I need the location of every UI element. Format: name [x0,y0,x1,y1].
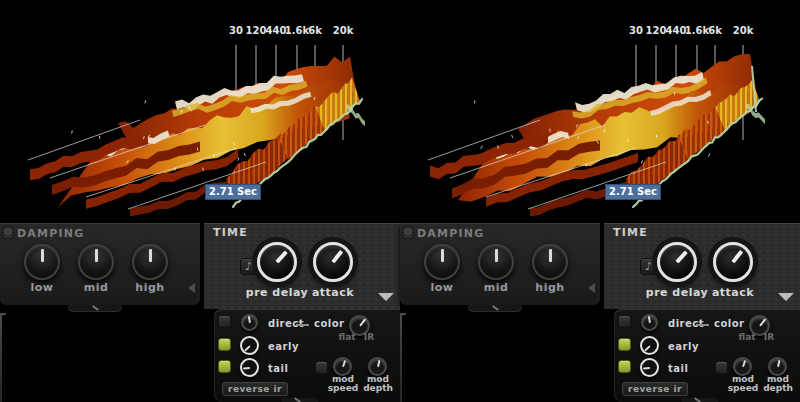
attack-knob[interactable] [713,242,753,282]
low-label: low [431,281,454,294]
direct-level-knob[interactable] [641,314,658,331]
knob-pointer [41,249,44,262]
mid-label: mid [84,281,109,294]
ir-resize-tab[interactable] [282,398,318,402]
pre-delay-label: pre delay [246,286,308,299]
reverb-module: 30 120 440 1.6k 6k 20k 2.71 Sec DAMPING … [0,0,400,402]
knob-pointer [495,249,498,262]
knob-pointer [644,345,650,351]
ir-component-panel: direct color flat IR early tail mod spee… [214,309,400,402]
knob-pointer [247,315,250,322]
resize-handle-icon [294,397,301,402]
early-level-knob[interactable] [240,336,259,355]
high-label: high [135,281,164,294]
pre-delay-knob[interactable] [257,242,297,282]
knob-pointer [276,250,288,263]
tail-enable-button[interactable] [618,360,631,373]
ir-label: IR [361,332,377,342]
direct-level-knob[interactable] [241,314,258,331]
early-label: early [668,341,699,352]
expand-down-arrow-icon[interactable] [378,293,394,301]
knob-pointer [244,345,250,351]
freq-tick-label: 6k [308,25,322,36]
freq-tick-label: 6k [708,25,722,36]
knob-pointer [359,318,366,326]
collapse-left-arrow-icon[interactable] [188,283,195,293]
time-title: TIME [213,226,248,239]
freq-tick-label: 30 [229,25,243,36]
music-note-icon: ♪ [645,260,652,273]
attack-label: attack [312,286,354,299]
freq-tick-label: 120 [246,25,267,36]
early-enable-button[interactable] [218,338,231,351]
mod-speed-line2: speed [725,384,761,393]
tail-level-knob[interactable] [240,358,259,377]
time-panel: TIME ♪ pre delay attack [604,223,800,309]
expand-down-arrow-icon[interactable] [778,293,794,301]
knob-pointer [377,359,380,366]
early-level-knob[interactable] [640,336,659,355]
mod-enable-button[interactable] [715,361,728,374]
tail-enable-button[interactable] [218,360,231,373]
mod-depth-line2: depth [760,384,796,393]
damping-title: DAMPING [417,227,484,240]
freq-tick-label: 20k [333,25,354,36]
damping-panel: DAMPING low mid high [0,223,200,305]
damping-mid-knob[interactable] [478,244,514,280]
reverse-ir-button[interactable]: reverse ir [222,382,288,396]
music-note-icon: ♪ [245,260,252,273]
damping-high-knob[interactable] [532,244,568,280]
damping-mini-knob-icon[interactable] [2,226,14,239]
damping-low-knob[interactable] [24,244,60,280]
early-enable-button[interactable] [618,338,631,351]
tempo-sync-button[interactable]: ♪ [640,258,657,275]
reverse-ir-button[interactable]: reverse ir [622,382,688,396]
knob-pointer [742,360,746,367]
damping-title: DAMPING [17,227,84,240]
damping-resize-tab[interactable] [468,305,522,312]
damping-resize-tab[interactable] [68,305,122,312]
direct-enable-button[interactable] [218,315,231,328]
freq-tick-label: 120 [646,25,667,36]
panel-edge-marker [400,313,402,402]
damping-high-knob[interactable] [132,244,168,280]
mod-enable-button[interactable] [315,361,328,374]
mod-speed-label: mod speed [725,375,761,393]
freq-tick-label: 1.6k [685,25,709,36]
mod-depth-line2: depth [360,384,396,393]
collapse-left-arrow-icon[interactable] [588,283,595,293]
knob-pointer [549,249,552,262]
pre-delay-knob[interactable] [657,242,697,282]
knob-pointer [242,367,249,370]
spectrogram-display: 30 120 440 1.6k 6k 20k 2.71 Sec [0,0,400,223]
reverb-time-badge: 2.71 Sec [205,184,261,200]
connector-line [296,324,309,326]
edge-tick [0,313,6,315]
direct-enable-button[interactable] [618,315,631,328]
tail-level-knob[interactable] [640,358,659,377]
damping-mini-knob-icon[interactable] [402,226,414,239]
ir-resize-tab[interactable] [682,398,718,402]
damping-low-knob[interactable] [424,244,460,280]
knob-pointer [676,250,688,263]
damping-mid-knob[interactable] [78,244,114,280]
knob-pointer [332,250,343,263]
flat-label: flat [337,332,357,342]
low-label: low [31,281,54,294]
attack-knob[interactable] [313,242,353,282]
tempo-sync-button[interactable]: ♪ [240,258,257,275]
resize-handle-icon [92,305,99,311]
tail-label: tail [668,363,688,374]
panel-edge-marker [0,313,2,402]
mod-speed-label: mod speed [325,375,361,393]
freq-tick-label: 1.6k [285,25,309,36]
knob-pointer [732,250,743,263]
freq-tick-label: 440 [666,25,687,36]
knob-pointer [647,315,650,322]
reverb-module: 30 120 440 1.6k 6k 20k 2.71 Sec DAMPING … [400,0,800,402]
color-label: color [714,318,745,329]
mod-speed-line2: speed [325,384,361,393]
reverb-time-badge: 2.71 Sec [605,184,661,200]
knob-pointer [441,249,444,262]
spectrogram-display: 30 120 440 1.6k 6k 20k 2.71 Sec [400,0,800,223]
